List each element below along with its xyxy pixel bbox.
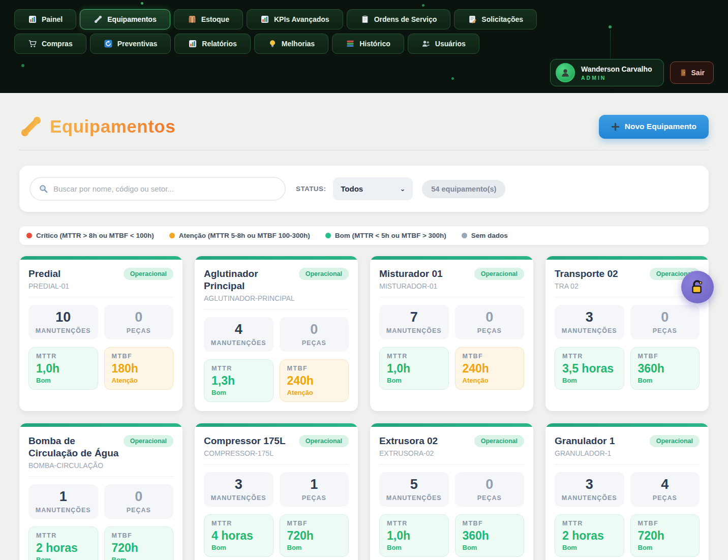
nav-tab-preventivas[interactable]: Preventivas <box>90 34 171 54</box>
mttr-status: Bom <box>36 377 90 384</box>
mttr-status: Bom <box>562 377 617 384</box>
search-input[interactable] <box>53 184 277 193</box>
mttr-label: MTTR <box>387 520 441 527</box>
pecas-stat: 0PEÇAS <box>104 305 174 339</box>
mttr-metric: MTTR2 horasBom <box>555 514 624 557</box>
manutencoes-count: 10 <box>32 310 95 324</box>
equipment-card-extrusora-02[interactable]: Extrusora 02OperacionalEXTRUSORA-025MANU… <box>370 423 533 560</box>
equipment-card-bomba-de-circulacao-de-agua[interactable]: Bomba de Circulação de ÁguaOperacionalBO… <box>19 423 183 560</box>
card-divider <box>204 464 349 464</box>
equipment-card-granulador-1[interactable]: Granulador 1OperacionalGRANULADOR-13MANU… <box>545 423 709 560</box>
manutencoes-stat: 3MANUTENÇÕES <box>204 472 274 507</box>
manutencoes-label: MANUTENÇÕES <box>558 494 621 502</box>
pecas-stat: 0PEÇAS <box>104 484 174 519</box>
wrench-icon <box>94 15 103 24</box>
nav-tab-ordens-de-servico[interactable]: Ordens de Serviço <box>347 9 451 29</box>
new-equipment-button[interactable]: Novo Equipamento <box>599 115 709 139</box>
door-icon <box>679 69 687 77</box>
nav-tab-historico[interactable]: Histórico <box>332 34 404 54</box>
mtbf-value: 240h <box>463 362 517 375</box>
equipment-card-aglutinador-principal[interactable]: Aglutinador PrincipalOperacionalAGLUTINA… <box>195 256 358 411</box>
mttr-value: 1,0h <box>36 362 90 375</box>
mtbf-status: Atenção <box>287 389 342 396</box>
mttr-value: 4 horas <box>211 530 266 542</box>
mtbf-metric: MTBF240hAtenção <box>455 347 525 390</box>
mttr-metric: MTTR1,0hBom <box>28 347 98 390</box>
top-navigation-bar: PainelEquipamentosEstoqueKPIs AvançadosO… <box>0 0 728 93</box>
pecas-label: PEÇAS <box>633 327 697 334</box>
floating-lock-button[interactable] <box>681 271 714 303</box>
legend-dot-icon <box>26 233 32 238</box>
equipment-card-misturador-01[interactable]: Misturador 01OperacionalMISTURADOR-017MA… <box>370 256 533 411</box>
equipment-cards-grid: PredialOperacionalPREDIAL-0110MANUTENÇÕE… <box>19 256 709 560</box>
mtbf-metric: MTBF180hAtenção <box>104 347 174 390</box>
mtbf-status: Atenção <box>112 377 166 384</box>
mttr-value: 2 horas <box>562 530 617 542</box>
status-legend: Crítico (MTTR > 8h ou MTBF < 100h)Atençã… <box>19 226 709 245</box>
users-icon <box>421 39 431 48</box>
nav-tab-kpis-avancados[interactable]: KPIs Avançados <box>247 9 343 29</box>
decorative-dot <box>21 64 24 67</box>
equipment-name: Transporte 02 <box>555 268 618 280</box>
mttr-status: Bom <box>562 544 617 551</box>
card-divider <box>555 464 700 464</box>
mttr-value: 1,0h <box>387 362 441 375</box>
equipment-card-predial[interactable]: PredialOperacionalPREDIAL-0110MANUTENÇÕE… <box>19 256 183 411</box>
pecas-count: 0 <box>107 490 171 504</box>
equipment-count-badge: 54 equipamento(s) <box>422 180 505 198</box>
pecas-stat: 0PEÇAS <box>455 305 525 339</box>
equipment-code: GRANULADOR-1 <box>555 449 700 457</box>
card-divider <box>379 297 524 297</box>
nav-tab-estoque[interactable]: Estoque <box>174 9 243 29</box>
mttr-status: Bom <box>211 389 266 396</box>
equipment-name: Aglutinador Principal <box>204 268 295 292</box>
status-badge: Operacional <box>299 435 349 447</box>
mttr-label: MTTR <box>211 520 266 527</box>
mtbf-status: Bom <box>287 544 342 551</box>
status-badge: Operacional <box>474 435 524 447</box>
logout-button[interactable]: Sair <box>670 61 714 84</box>
pecas-label: PEÇAS <box>458 494 522 502</box>
manutencoes-label: MANUTENÇÕES <box>32 507 95 514</box>
manutencoes-stat: 3MANUTENÇÕES <box>555 305 624 339</box>
nav-tab-painel[interactable]: Painel <box>14 9 76 29</box>
mttr-label: MTTR <box>387 353 441 360</box>
nav-tab-usuarios[interactable]: Usuários <box>408 34 479 54</box>
card-divider <box>28 476 173 477</box>
pecas-count: 0 <box>458 478 522 491</box>
status-badge: Operacional <box>124 435 173 447</box>
pecas-stat: 0PEÇAS <box>280 317 349 352</box>
main-content: Equipamentos Novo Equipamento STATUS: To… <box>0 113 728 560</box>
filter-panel: STATUS: Todos ⌄ 54 equipamento(s) <box>19 166 709 212</box>
nav-tab-relatorios[interactable]: Relatórios <box>174 34 250 54</box>
status-badge: Operacional <box>124 268 173 280</box>
nav-tab-label: Histórico <box>359 40 390 48</box>
nav-tab-equipamentos[interactable]: Equipamentos <box>80 9 170 29</box>
status-select[interactable]: Todos ⌄ <box>333 177 413 200</box>
chart-icon <box>28 15 37 24</box>
manutencoes-label: MANUTENÇÕES <box>32 327 95 334</box>
nav-tab-label: Painel <box>42 15 63 23</box>
nav-tab-melhorias[interactable]: Melhorias <box>254 34 328 54</box>
decorative-dot <box>422 4 424 7</box>
status-badge: Operacional <box>299 268 349 280</box>
pecas-label: PEÇAS <box>458 327 522 334</box>
manutencoes-stat: 4MANUTENÇÕES <box>204 317 274 352</box>
card-divider <box>204 309 349 309</box>
equipment-card-compressor-175l[interactable]: Compressor 175LOperacionalCOMPRESSOR-175… <box>195 423 358 560</box>
nav-tab-compras[interactable]: Compras <box>14 34 86 54</box>
pecas-count: 1 <box>283 478 346 491</box>
pecas-stat: 4PEÇAS <box>630 472 700 507</box>
card-accent-strip <box>19 423 183 427</box>
card-accent-strip <box>370 256 533 260</box>
mttr-label: MTTR <box>562 353 617 360</box>
card-divider <box>379 464 524 464</box>
manutencoes-count: 1 <box>32 490 95 504</box>
legend-dot-icon <box>462 233 467 238</box>
manutencoes-label: MANUTENÇÕES <box>558 327 621 334</box>
mtbf-value: 360h <box>463 530 517 542</box>
nav-tab-label: KPIs Avançados <box>274 15 329 23</box>
nav-tab-solicitacoes[interactable]: Solicitações <box>454 9 537 29</box>
plus-icon <box>611 122 620 131</box>
mttr-value: 1,0h <box>387 530 441 542</box>
